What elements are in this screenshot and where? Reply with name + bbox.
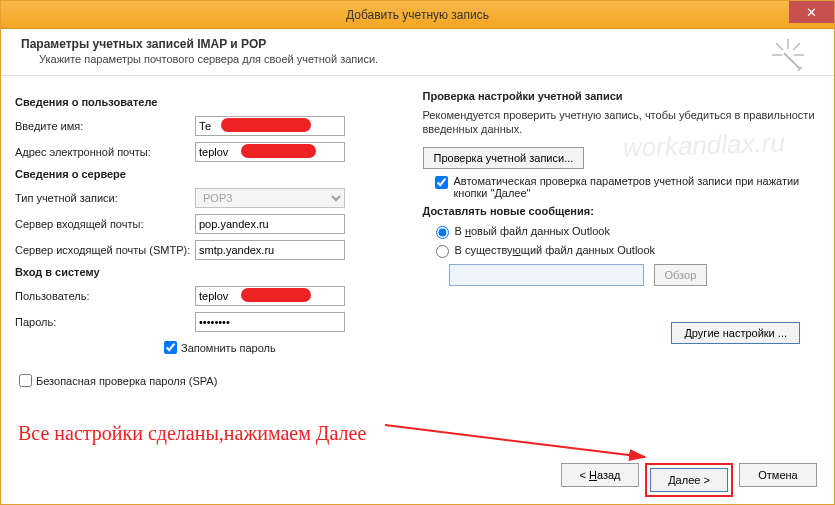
- deliver-heading: Доставлять новые сообщения:: [423, 205, 821, 217]
- remember-password-label: Запомнить пароль: [181, 342, 276, 354]
- header-subtitle: Укажите параметры почтового сервера для …: [39, 53, 814, 65]
- test-account-button[interactable]: Проверка учетной записи...: [423, 147, 585, 169]
- browse-button: Обзор: [654, 264, 708, 286]
- email-label: Адрес электронной почты:: [15, 146, 195, 158]
- close-button[interactable]: ✕: [789, 1, 834, 23]
- svg-line-3: [776, 43, 783, 50]
- user-section-heading: Сведения о пользователе: [15, 96, 413, 108]
- outgoing-input[interactable]: [195, 240, 345, 260]
- deliver-existing-radio[interactable]: [436, 245, 449, 258]
- spa-checkbox[interactable]: [19, 374, 32, 387]
- svg-line-5: [385, 425, 645, 457]
- username-label: Пользователь:: [15, 290, 195, 302]
- window-title: Добавить учетную запись: [1, 8, 834, 22]
- wizard-decor-icon: [770, 37, 806, 77]
- name-label: Введите имя:: [15, 120, 195, 132]
- account-type-select: POP3: [195, 188, 345, 208]
- password-label: Пароль:: [15, 316, 195, 328]
- annotation-text: Все настройки сделаны,нажимаем Далее: [18, 422, 366, 445]
- username-input[interactable]: [195, 286, 345, 306]
- svg-line-4: [793, 43, 800, 50]
- spa-label: Безопасная проверка пароля (SPA): [36, 375, 217, 387]
- email-input[interactable]: [195, 142, 345, 162]
- header-title: Параметры учетных записей IMAP и POP: [21, 37, 814, 51]
- outgoing-label: Сервер исходящей почты (SMTP):: [15, 244, 195, 256]
- existing-file-input: [449, 264, 644, 286]
- deliver-new-radio[interactable]: [436, 226, 449, 239]
- titlebar: Добавить учетную запись ✕: [1, 1, 834, 29]
- auto-test-label: Автоматическая проверка параметров учетн…: [454, 175, 821, 199]
- remember-password-checkbox[interactable]: [164, 341, 177, 354]
- test-section-heading: Проверка настройки учетной записи: [423, 90, 821, 102]
- back-button[interactable]: < Назад: [561, 463, 639, 487]
- next-button[interactable]: Далее >: [650, 468, 728, 492]
- deliver-new-label: В новый файл данных Outlook: [455, 225, 610, 237]
- auto-test-checkbox[interactable]: [435, 176, 448, 189]
- login-section-heading: Вход в систему: [15, 266, 413, 278]
- deliver-existing-label: В существующий файл данных Outlook: [455, 244, 656, 256]
- incoming-input[interactable]: [195, 214, 345, 234]
- incoming-label: Сервер входящей почты:: [15, 218, 195, 230]
- account-type-label: Тип учетной записи:: [15, 192, 195, 204]
- server-section-heading: Сведения о сервере: [15, 168, 413, 180]
- name-input[interactable]: [195, 116, 345, 136]
- test-section-desc: Рекомендуется проверить учетную запись, …: [423, 108, 821, 137]
- header-band: Параметры учетных записей IMAP и POP Ука…: [1, 29, 834, 76]
- next-button-highlight: Далее >: [645, 463, 733, 497]
- password-input[interactable]: [195, 312, 345, 332]
- other-settings-button[interactable]: Другие настройки ...: [671, 322, 800, 344]
- cancel-button[interactable]: Отмена: [739, 463, 817, 487]
